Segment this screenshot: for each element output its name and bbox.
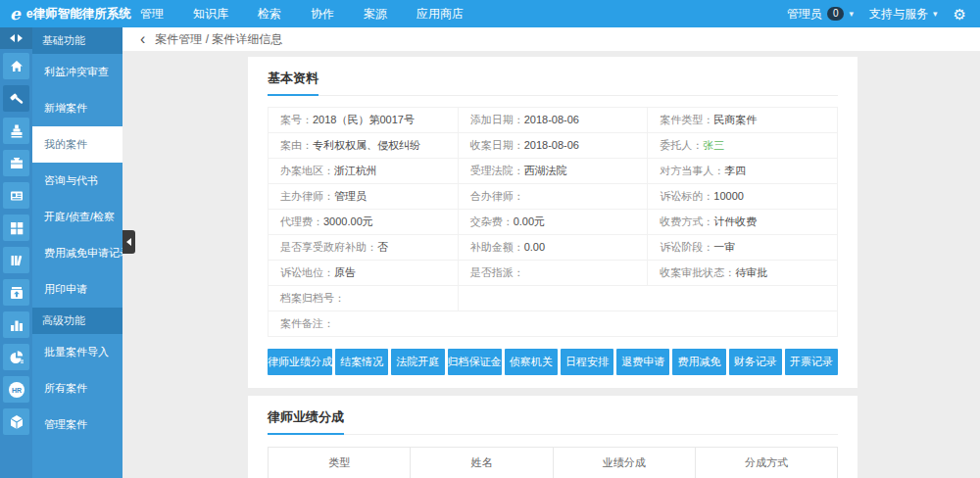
field-label: 交杂费：	[470, 215, 514, 227]
menu-header-basic: 基础功能	[32, 27, 122, 54]
topbar-right: 管理员 0 ▾ 支持与服务 ▾ ⚙	[787, 6, 980, 23]
column-header: 姓名	[411, 448, 553, 478]
investigation-agency-button[interactable]: 侦察机关	[505, 349, 558, 375]
field-value: 10000	[713, 190, 744, 202]
fee-waiver-button[interactable]: 费用减免	[672, 349, 725, 375]
topnav-case-source[interactable]: 案源	[349, 0, 402, 27]
action-button-bar: 律师业绩分成 结案情况 法院开庭 归档保证金 侦察机关 日程安排 退费申请 费用…	[268, 349, 838, 375]
field-value: 否	[377, 241, 388, 253]
topnav-knowledge[interactable]: 知识库	[178, 0, 243, 27]
field-value: 0.00元	[514, 215, 545, 227]
sidebar-item-fee-waiver-records[interactable]: 费用减免申请记录	[32, 235, 122, 271]
back-chevron-icon[interactable]: ‹	[140, 31, 145, 47]
field-label: 收费方式：	[660, 215, 713, 227]
archive-up-icon[interactable]	[3, 279, 29, 306]
sidebar-collapse-handle[interactable]	[122, 230, 135, 254]
sidebar-item-all-cases[interactable]: 所有案件	[32, 370, 122, 406]
finance-records-button[interactable]: 财务记录	[729, 349, 782, 375]
lawyer-commission-button[interactable]: 律师业绩分成	[268, 349, 332, 375]
commission-table: 类型 姓名 业绩分成 分成方式 团队负责人 管理员 100% 百分比	[268, 447, 838, 478]
table-row: 档案归档号：	[269, 286, 838, 311]
bar-chart-icon[interactable]	[3, 311, 29, 338]
main-area: ‹ 案件管理 / 案件详细信息 基本资料 案号：2018（民）第0017号 添加…	[122, 27, 980, 478]
collapse-arrows-icon[interactable]	[0, 27, 32, 49]
support-label: 支持与服务	[869, 6, 928, 23]
sidebar-item-seal-request[interactable]: 用印申请	[32, 271, 122, 308]
table-row: 案由：专利权权属、侵权纠纷 收案日期：2018-08-06 委托人：张三	[269, 133, 838, 159]
commission-title: 律师业绩分成	[268, 408, 344, 435]
field-label: 案由：	[280, 139, 313, 151]
sidebar-item-batch-import[interactable]: 批量案件导入	[32, 334, 122, 370]
field-value: 专利权权属、侵权纠纷	[313, 139, 420, 151]
field-label: 案号：	[280, 114, 313, 125]
page-content: 基本资料 案号：2018（民）第0017号 添加日期：2018-08-06 案件…	[122, 51, 980, 478]
table-row: 案件备注：	[269, 311, 838, 337]
cube-icon[interactable]	[3, 408, 29, 435]
column-header: 分成方式	[695, 448, 837, 478]
field-label: 合办律师：	[470, 190, 524, 202]
field-value: 2018（民）第0017号	[313, 114, 415, 125]
topnav-search[interactable]: 检索	[243, 0, 296, 27]
field-label: 案件类型：	[660, 114, 713, 125]
user-menu[interactable]: 管理员 0 ▾	[787, 6, 854, 23]
sidebar-item-hearing[interactable]: 开庭/侦查/检察	[32, 199, 122, 235]
refund-request-button[interactable]: 退费申请	[616, 349, 669, 375]
stamp-icon[interactable]	[3, 118, 29, 144]
field-label: 委托人：	[660, 139, 703, 151]
sidebar-item-conflict-check[interactable]: 利益冲突审查	[32, 54, 122, 90]
basic-info-title: 基本资料	[268, 70, 318, 96]
field-value: 计件收费	[713, 215, 757, 227]
triangle-left-icon	[126, 238, 131, 246]
field-value: 民商案件	[713, 114, 757, 125]
archive-deposit-button[interactable]: 归档保证金	[448, 349, 502, 375]
court-hearing-button[interactable]: 法院开庭	[391, 349, 444, 375]
field-label: 案件备注：	[280, 317, 334, 329]
support-menu[interactable]: 支持与服务 ▾	[869, 6, 938, 23]
notification-badge: 0	[827, 7, 845, 21]
app-window: e e律师智能律所系统 管理 知识库 检索 协作 案源 应用商店 管理员 0 ▾…	[0, 0, 980, 478]
field-label: 收案审批状态：	[660, 266, 735, 278]
grid-icon[interactable]	[3, 215, 29, 241]
table-row: 是否享受政府补助：否 补助金额：0.00 诉讼阶段：一审	[269, 235, 838, 261]
field-value: 2018-08-06	[524, 139, 579, 151]
gear-icon[interactable]: ⚙	[954, 7, 966, 22]
gavel-icon[interactable]	[3, 85, 29, 112]
table-row: 代理费：3000.00元 交杂费：0.00元 收费方式：计件收费	[269, 210, 838, 235]
sidebar-item-consult[interactable]: 咨询与代书	[32, 163, 122, 199]
id-card-icon[interactable]	[3, 182, 29, 209]
books-icon[interactable]	[3, 247, 29, 273]
field-value: 2018-08-06	[524, 114, 579, 125]
field-label: 档案归档号：	[280, 292, 345, 304]
caret-down-icon: ▾	[933, 9, 938, 19]
caret-down-icon: ▾	[849, 9, 854, 19]
client-link[interactable]: 张三	[703, 139, 724, 151]
topnav-manage[interactable]: 管理	[125, 0, 178, 27]
sidebar-item-new-case[interactable]: 新增案件	[32, 90, 122, 126]
icon-rail: HR	[0, 27, 32, 478]
column-header: 业绩分成	[553, 448, 695, 478]
hr-label: HR	[11, 386, 21, 393]
column-header: 类型	[269, 448, 411, 478]
invoice-records-button[interactable]: 开票记录	[785, 349, 838, 375]
topnav-app-store[interactable]: 应用商店	[402, 0, 478, 27]
topnav-collaborate[interactable]: 协作	[296, 0, 349, 27]
table-header-row: 类型 姓名 业绩分成 分成方式	[269, 448, 838, 478]
field-value: 原告	[334, 266, 356, 278]
briefcase-icon[interactable]	[3, 150, 29, 176]
hr-badge-icon[interactable]: HR	[3, 376, 29, 403]
pie-report-icon[interactable]	[3, 344, 29, 370]
table-row: 办案地区：浙江杭州 受理法院：西湖法院 对方当事人：李四	[269, 159, 838, 184]
case-closing-button[interactable]: 结案情况	[335, 349, 388, 375]
sidebar-item-manage-cases[interactable]: 管理案件	[32, 406, 122, 443]
empty-cell	[458, 286, 837, 311]
top-navigation: 管理 知识库 检索 协作 案源 应用商店	[125, 0, 478, 27]
app-logo[interactable]: e e律师智能律所系统	[0, 4, 125, 24]
sidebar-item-my-cases[interactable]: 我的案件	[32, 126, 122, 163]
schedule-button[interactable]: 日程安排	[561, 349, 613, 375]
table-row: 主办律师：管理员 合办律师： 诉讼标的：10000	[269, 184, 838, 210]
field-label: 受理法院：	[470, 165, 524, 176]
breadcrumb-path: 案件管理 / 案件详细信息	[155, 31, 282, 48]
field-value: 李四	[724, 165, 746, 176]
field-value: 浙江杭州	[334, 165, 377, 176]
home-icon[interactable]	[3, 53, 29, 79]
